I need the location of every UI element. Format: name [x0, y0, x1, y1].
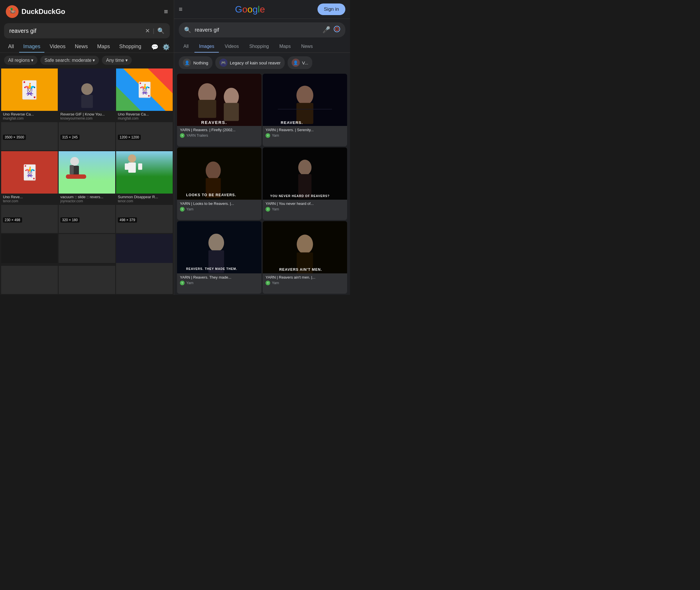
google-image-caption: YARN | You never heard of... Y Yarn [263, 200, 347, 214]
svg-text:REAVERS.: REAVERS. [281, 120, 303, 125]
svg-rect-1 [81, 95, 93, 108]
ddg-image-item[interactable] [116, 234, 173, 294]
ddg-duck-icon: 🦆 [6, 5, 19, 18]
ddg-image-item[interactable]: 🃏 3500 × 3500 Uno Reverse Ca... mungfali… [1, 69, 58, 150]
google-source-name: YARN Trailers [186, 133, 208, 137]
google-tab-videos[interactable]: Videos [220, 41, 243, 53]
google-sign-in-button[interactable]: Sign in [317, 3, 345, 15]
svg-rect-14 [198, 100, 216, 118]
ddg-image-title: Uno Reve... [3, 195, 56, 199]
ddg-safesearch-filter[interactable]: Safe search: moderate ▾ [40, 56, 99, 65]
ddg-image-dims: 230 × 498 [3, 217, 22, 223]
ddg-image-caption: Uno Reve... tenor.com [1, 194, 58, 205]
ddg-logo-area: 🦆 DuckDuckGo [6, 5, 65, 18]
google-mic-icon[interactable]: 🎤 [322, 26, 330, 34]
ddg-clear-icon[interactable]: ✕ [145, 27, 150, 34]
ddg-region-filter[interactable]: All regions ▾ [4, 56, 37, 65]
svg-text:LOOKS TO BE REAVERS.: LOOKS TO BE REAVERS. [186, 193, 236, 197]
ddg-settings-icon[interactable]: ⚙️ [163, 43, 170, 51]
google-image-title: YARN | Reavers. | Firefly (2002... [180, 128, 259, 132]
svg-point-24 [206, 161, 221, 179]
ddg-image-item[interactable]: 🃏 230 × 498 Uno Reve... tenor.com [1, 151, 58, 233]
ddg-image-item[interactable]: 320 × 180 vacuum :: slide :: revers... j… [59, 151, 115, 233]
ddg-search-input[interactable] [9, 27, 142, 34]
legacy-chip-img: 🎮 [219, 59, 227, 67]
ddg-image-source: mungfali.com [118, 116, 171, 120]
ddg-image-item[interactable]: 498 × 379 Summon Disappear R... tenor.co… [116, 151, 173, 233]
ddg-image-caption: Summon Disappear R... tenor.com [116, 194, 173, 205]
google-image-item[interactable]: YOU NEVER HEARD OF REAVERS? YARN | You n… [263, 148, 347, 220]
ddg-image-caption [59, 263, 115, 266]
google-image-item[interactable]: REAVERS AIN'T MEN. YARN | Reavers ain't … [263, 221, 347, 294]
ddg-time-filter[interactable]: Any time ▾ [102, 56, 132, 65]
google-source-favicon: Y [266, 133, 270, 138]
google-tab-images[interactable]: Images [194, 41, 219, 53]
ddg-chat-icon[interactable]: 💬 [151, 43, 159, 51]
google-tab-all[interactable]: All [179, 41, 193, 53]
google-source-favicon: Y [266, 207, 270, 212]
google-tab-maps[interactable]: Maps [275, 41, 295, 53]
ddg-header: 🦆 DuckDuckGo ≡ [0, 0, 174, 21]
google-logo: Google [187, 4, 313, 15]
google-search-bar: 🔍 🎤 [179, 22, 345, 37]
google-tab-news[interactable]: News [297, 41, 317, 53]
ddg-tab-news[interactable]: News [71, 41, 92, 53]
ddg-nav-tabs: All Images Videos News Maps Shopping 💬 ⚙… [0, 38, 174, 53]
ddg-tab-shopping[interactable]: Shopping [115, 41, 145, 53]
ddg-image-caption: vacuum :: slide :: revers... joyreactor.… [59, 194, 115, 205]
svg-point-32 [208, 233, 224, 252]
ddg-search-submit-icon[interactable]: 🔍 [157, 27, 165, 34]
svg-text:REAVERS AIN'T MEN.: REAVERS AIN'T MEN. [279, 268, 322, 272]
google-suggestion-nothing[interactable]: 👤 Nothing [179, 56, 212, 69]
ddg-tab-maps[interactable]: Maps [93, 41, 114, 53]
google-source-name: Yarn [186, 281, 193, 285]
svg-text:YOU NEVER HEARD OF REAVERS?: YOU NEVER HEARD OF REAVERS? [270, 194, 330, 198]
ddg-tab-images[interactable]: Images [19, 41, 44, 53]
google-image-item[interactable]: REAVERS. YARN | Reavers. | Serenity... Y… [263, 74, 347, 146]
google-image-item[interactable]: REAVERS. THEY MADE THEM. YARN | Reavers.… [177, 221, 262, 294]
ddg-image-item[interactable] [59, 234, 115, 294]
google-image-item[interactable]: LOOKS TO BE REAVERS. YARN | Looks to be … [177, 148, 262, 220]
svg-rect-7 [128, 163, 136, 173]
google-source-name: Yarn [272, 281, 279, 285]
svg-text:REAVERS.: REAVERS. [201, 120, 227, 125]
svg-rect-8 [125, 164, 129, 170]
svg-rect-12 [177, 74, 262, 126]
google-hamburger-icon[interactable]: ≡ [179, 5, 183, 13]
ddg-tab-videos[interactable]: Videos [45, 41, 70, 53]
google-lens-icon[interactable] [334, 26, 340, 34]
ddg-image-dims: 1200 × 1200 [118, 135, 141, 140]
ddg-image-source: knowyourmeme.com [60, 116, 113, 120]
google-source-favicon: Y [180, 207, 185, 212]
ddg-image-item[interactable]: 🃏 1200 × 1200 Uno Reverse Ca... mungfali… [116, 69, 173, 150]
ddg-tab-all[interactable]: All [4, 41, 18, 53]
google-image-caption: YARN | Reavers ain't men. |... Y Yarn [263, 273, 347, 288]
google-search-input[interactable] [195, 27, 319, 33]
ddg-image-title: Uno Reverse Ca... [3, 112, 56, 116]
google-source-favicon: Y [266, 281, 270, 285]
ddg-image-item[interactable] [1, 234, 58, 294]
nothing-chip-label: Nothing [193, 60, 208, 65]
google-source-name: Yarn [186, 207, 193, 211]
ddg-image-item[interactable]: 315 × 245 Reverse GIF | Know You... know… [59, 69, 115, 150]
ddg-image-title: Reverse GIF | Know You... [60, 112, 113, 116]
ddg-image-dims: 498 × 379 [118, 217, 137, 223]
google-search-icon: 🔍 [184, 26, 191, 33]
ddg-divider: | [153, 27, 155, 34]
svg-point-11 [335, 27, 338, 30]
ddg-hamburger-icon[interactable]: ≡ [164, 8, 168, 16]
google-image-caption: YARN | Reavers. | Serenity... Y Yarn [263, 126, 347, 140]
google-image-item[interactable]: REAVERS. YARN | Reavers. | Firefly (2002… [177, 74, 262, 146]
svg-rect-9 [138, 164, 142, 170]
google-image-caption: YARN | Reavers. | Firefly (2002... Y YAR… [177, 126, 262, 140]
svg-rect-4 [66, 174, 86, 179]
google-image-title: YARN | Looks to be Reavers. |... [180, 201, 259, 206]
google-suggestion-v[interactable]: 👤 V... [288, 56, 312, 69]
google-image-source-row: Y Yarn [266, 207, 344, 212]
google-source-name: Yarn [272, 133, 279, 137]
google-image-title: YARN | Reavers. They made... [180, 275, 259, 280]
ddg-image-dims: 320 × 180 [60, 217, 80, 223]
google-image-title: YARN | Reavers ain't men. |... [266, 275, 344, 280]
google-suggestion-legacy[interactable]: 🎮 Legacy of kain soul reaver [215, 56, 285, 69]
google-tab-shopping[interactable]: Shopping [245, 41, 274, 53]
